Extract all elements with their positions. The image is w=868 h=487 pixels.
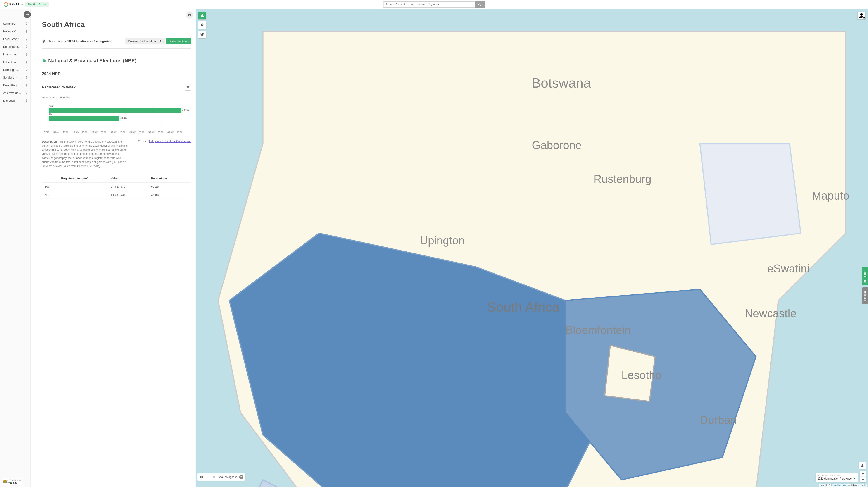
pin-icon[interactable]: [25, 53, 29, 57]
map-add-location-button[interactable]: [198, 21, 206, 29]
popup-text: of all categories: [218, 476, 237, 479]
pin-icon[interactable]: [25, 22, 29, 26]
print-icon: [188, 13, 191, 17]
sidebar-item-label: Dwellings — Cen...: [3, 68, 21, 71]
sidebar-item[interactable]: Summary: [0, 20, 30, 28]
svg-text:Lesotho: Lesotho: [621, 369, 661, 381]
user-gear-icon: [858, 12, 865, 20]
pin-icon[interactable]: [25, 37, 29, 41]
source-link[interactable]: Independent Electoral Commission: [149, 140, 191, 143]
popup-expand[interactable]: [206, 475, 210, 479]
chart-menu-button[interactable]: [185, 84, 191, 91]
popup-help[interactable]: ?: [239, 475, 243, 479]
portal-pill[interactable]: Election Portal: [25, 2, 49, 7]
pin-icon[interactable]: [25, 60, 29, 64]
map-svg: South Africa Bloemfontein Upington Durba…: [196, 9, 868, 487]
svg-text:Upington: Upington: [420, 234, 465, 247]
pin-icon[interactable]: [25, 68, 29, 72]
data-table: Registered to vote?ValuePercentage Yes27…: [42, 175, 191, 199]
sidebar-item[interactable]: Services — Cens...: [0, 74, 30, 82]
poweredby-brand: Wazimap: [7, 482, 21, 484]
page-title: South Africa: [42, 20, 191, 29]
topbar: SANEF25 Election Portal: [0, 0, 868, 9]
sidebar-item-label: Demographics —...: [3, 45, 21, 49]
search-button[interactable]: [475, 1, 485, 8]
locations-summary: This area has 53294 locations in 9 categ…: [42, 39, 112, 43]
table-row: Yes27,723,67565.2%: [42, 183, 191, 191]
bar: [49, 108, 181, 113]
poweredby-badge[interactable]: POWERED BY Wazimap: [2, 478, 23, 485]
map-download-button[interactable]: [859, 462, 866, 469]
chart-title: Registered to vote?: [42, 85, 75, 89]
description: Description: This indicator shows, for t…: [42, 140, 129, 168]
sidebar-item[interactable]: Disabilities — Ce...: [0, 82, 30, 89]
sidebar-item-label: Migration — Cen...: [3, 99, 21, 102]
logo[interactable]: SANEF25: [4, 2, 23, 7]
info-icon: [200, 476, 203, 479]
pin-icon[interactable]: [25, 75, 29, 80]
sidebar-item[interactable]: Dwellings — Cen...: [0, 66, 30, 74]
zoom-in-button[interactable]: +: [860, 471, 866, 477]
sidebar-toggle[interactable]: [24, 11, 31, 18]
section-title: National & Provincial Elections (NPE): [48, 58, 136, 64]
feedback-tab[interactable]: Feedback: [862, 287, 868, 304]
show-locations-button[interactable]: Show locations: [166, 38, 191, 44]
svg-text:Newcastle: Newcastle: [745, 307, 796, 319]
boundary-value: 2021 demarcation / province: [817, 477, 852, 480]
table-header: Value: [108, 175, 148, 183]
pin-icon[interactable]: [25, 99, 29, 103]
tutorial-tab[interactable]: Tutorial: [862, 267, 868, 285]
sidebar: SummaryNational & Provi...Local Governme…: [0, 9, 31, 487]
wazimap-icon: [3, 480, 6, 483]
carto-link[interactable]: Carto: [861, 484, 866, 486]
bar: [49, 116, 119, 121]
bar-label: No: [49, 113, 52, 115]
sidebar-item[interactable]: Language — Cen...: [0, 51, 30, 58]
bar-chart: Yes65.2%No34.8% 0.0%5.0%10.0%15.0%20.0%2…: [49, 106, 191, 130]
graduation-cap-icon: [42, 59, 46, 63]
pin-icon[interactable]: [25, 45, 29, 49]
zoom-out-button[interactable]: −: [860, 477, 866, 483]
download-all-button[interactable]: Download all locations: [125, 38, 164, 44]
search-input[interactable]: [383, 1, 475, 8]
map-layers-button[interactable]: [198, 12, 206, 20]
pin-icon[interactable]: [25, 83, 29, 87]
chart-head-row: Registered to vote?: [42, 84, 191, 93]
map[interactable]: South Africa Bloemfontein Upington Durba…: [196, 9, 868, 487]
leaflet-link[interactable]: Leaflet: [820, 484, 827, 486]
sidebar-item[interactable]: Local Governme...: [0, 35, 30, 43]
popup-info[interactable]: [199, 475, 204, 479]
table-header: Percentage: [148, 175, 191, 183]
svg-text:Botswana: Botswana: [532, 75, 591, 91]
svg-text:South Africa: South Africa: [487, 299, 560, 314]
sidebar-item[interactable]: Demographics —...: [0, 43, 30, 51]
section-head: National & Provincial Elections (NPE): [42, 58, 191, 66]
table-header: Registered to vote?: [42, 175, 108, 183]
boundary-label: BOUNDARY OPTIONS:: [817, 474, 856, 477]
map-controls-left: [198, 12, 206, 38]
menu-collapse-icon: [25, 13, 29, 16]
map-user-settings-button[interactable]: [858, 12, 865, 20]
sidebar-item-label: Summary: [3, 22, 15, 25]
popup-close[interactable]: [212, 475, 216, 479]
sidebar-item[interactable]: Education — Cen...: [0, 58, 30, 66]
map-twitter-button[interactable]: [198, 31, 206, 38]
boundary-options[interactable]: BOUNDARY OPTIONS: 2021 demarcation / pro…: [816, 473, 858, 482]
logo-icon: [4, 2, 8, 7]
categories-popup: of all categories ?: [197, 474, 245, 481]
sidebar-item[interactable]: Migration — Cen...: [0, 97, 30, 104]
sidebar-item-label: Services — Cens...: [3, 76, 21, 79]
osm-link[interactable]: OpenStreetMap: [831, 484, 847, 486]
svg-text:Bloemfontein: Bloemfontein: [565, 324, 631, 336]
bar-row: Yes65.2%: [49, 107, 191, 115]
pin-icon[interactable]: [25, 91, 29, 95]
pin-icon[interactable]: [25, 29, 29, 33]
play-circle-icon: [864, 280, 867, 283]
sidebar-item-label: Language — Cen...: [3, 53, 21, 56]
sidebar-item[interactable]: Assistive device...: [0, 89, 30, 97]
print-button[interactable]: [186, 11, 193, 19]
poweredby-line1: POWERED BY: [7, 479, 21, 482]
sidebar-item[interactable]: National & Provi...: [0, 28, 30, 35]
map-attribution: Leaflet | © OpenStreetMap contributors, …: [819, 484, 867, 487]
sidebar-item-label: Assistive device...: [3, 91, 21, 95]
